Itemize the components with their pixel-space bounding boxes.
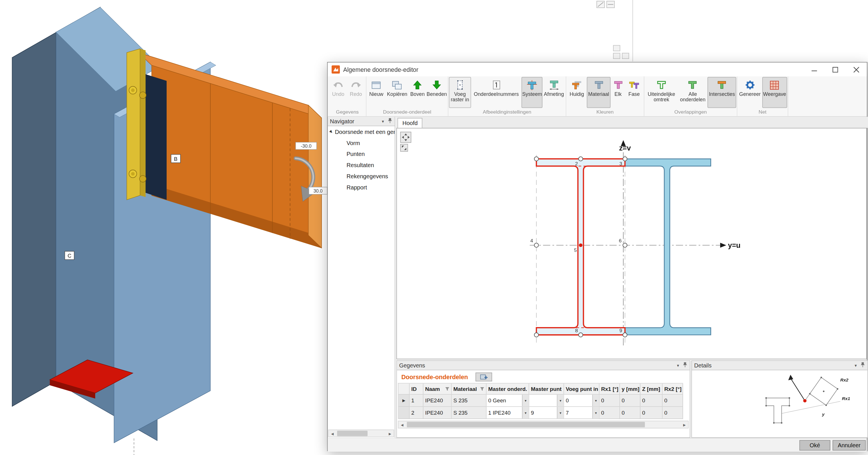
navigator-header: Navigator ▼ [328,117,395,126]
header-rx2[interactable]: Rx2 [°] [662,383,683,395]
genereer-button[interactable]: Genereer [738,77,762,108]
member-label-c[interactable]: C [65,251,74,260]
header-master-onderd[interactable]: Master onderd. [487,383,529,395]
beneden-button[interactable]: Beneden [426,77,447,108]
table-row[interactable]: ▶ 1 IPE240 S 235 0 Geen▼ ▼ 0▼ 0 0 0 0 [398,395,683,407]
current-color-icon [571,79,583,91]
tree-expander-icon[interactable]: ▶ [329,129,334,134]
navigator-hscrollbar[interactable]: ◀ ▶ [329,429,394,437]
add-section-part-button[interactable] [475,372,492,381]
close-button[interactable] [846,63,867,77]
header-master-punt[interactable]: Master punt [529,383,564,395]
onderdeelnummers-button[interactable]: Onderdeelnummers [471,77,522,108]
master-punt-dropdown[interactable]: 9▼ [529,407,564,419]
dimension-bottom: 30.0 [309,187,327,194]
elk-button[interactable]: Elk [611,77,625,108]
huidig-button[interactable]: Huidig [567,77,587,108]
gegevens-panel: Gegevens ▼ Doorsnede-onderdelen ID Naam … [396,360,690,438]
svg-text:5: 5 [574,247,577,253]
header-id[interactable]: ID [409,383,423,395]
table-hscrollbar[interactable]: ◀ ▶ [398,421,689,428]
pin-icon[interactable] [683,362,687,369]
3d-viewport[interactable]: -30.0 30.0 B C [0,0,343,455]
scroll-left-icon[interactable]: ◀ [398,421,406,428]
master-onderd-dropdown[interactable]: 1 IPE240▼ [487,407,529,419]
voeg-raster-in-button[interactable]: Voeg raster in [449,77,471,108]
main-tabstrip: Hoofd [396,117,868,128]
scroll-right-icon[interactable]: ▶ [681,421,688,428]
point-marker[interactable] [623,333,627,337]
tab-hoofd[interactable]: Hoofd [398,118,423,128]
pin-icon[interactable] [860,362,865,369]
pan-view-button[interactable] [400,132,411,143]
tree-item-root[interactable]: ▶ Doorsnede met een gen [328,126,395,137]
master-punt-dropdown[interactable]: ▼ [529,395,564,407]
section-canvas[interactable]: y=u z=v [396,128,867,360]
end-plate[interactable] [127,49,146,200]
alle-onderdelen-button[interactable]: Alle onderdelen [678,77,708,108]
axis-y: y=u [530,241,741,249]
3d-scene: -30.0 30.0 B C [0,0,343,455]
scroll-left-icon[interactable]: ◀ [329,430,336,437]
tree-item-punten[interactable]: Punten [328,148,395,160]
header-rx1[interactable]: Rx1 [°] [600,383,620,395]
point-marker[interactable] [623,157,627,161]
point-marker[interactable] [579,157,583,161]
tree-item-rapport[interactable]: Rapport [328,181,395,193]
point-marker[interactable] [579,333,583,337]
voeg-punt-dropdown[interactable]: 0▼ [564,395,600,407]
chevron-down-icon[interactable]: ▼ [676,364,680,367]
svg-text:30.0: 30.0 [313,188,323,194]
group-label: Afbeeldinginstellingen [448,109,566,116]
tab-doorsnede-onderdelen[interactable]: Doorsnede-onderdelen [401,373,468,380]
section-part-2[interactable] [623,159,711,335]
boven-button[interactable]: Boven [409,77,426,108]
redo-button[interactable]: Redo [347,77,365,108]
afmeting-button[interactable]: Afmeting [542,77,565,108]
header-materiaal[interactable]: Materiaal [452,383,487,395]
placement-legend-diagram: Rx2 Rx1 y [757,370,865,435]
intersecties-button[interactable]: Intersecties [708,77,736,108]
fase-button[interactable]: Fase [626,77,643,108]
header-z[interactable]: Z [mm] [641,383,662,395]
current-row-indicator[interactable]: ▶ [398,395,409,407]
maximize-button[interactable] [825,63,846,77]
point-marker[interactable] [534,333,538,337]
nieuw-button[interactable]: Nieuw [367,77,385,108]
ok-button[interactable]: Oké [799,440,830,451]
zoom-fit-button[interactable] [400,144,408,152]
materiaal-button[interactable]: Materiaal [587,77,611,108]
voeg-punt-dropdown[interactable]: 7▼ [564,407,600,419]
origin-point-marker[interactable] [579,244,583,247]
cancel-button[interactable]: Annuleer [833,440,866,451]
point-marker[interactable] [623,243,627,248]
kopieren-button[interactable]: Kopiëren [385,77,409,108]
scroll-right-icon[interactable]: ▶ [386,430,394,437]
point-marker[interactable] [534,157,538,161]
header-selector[interactable] [398,383,409,395]
minimize-button[interactable] [804,63,825,77]
member-label-b[interactable]: B [171,154,180,163]
chevron-down-icon[interactable]: ▼ [854,364,858,367]
tree-item-resultaten[interactable]: Resultaten [328,160,395,171]
master-onderd-dropdown[interactable]: 0 Geen▼ [487,395,529,407]
tree-item-vorm[interactable]: Vorm [328,137,395,148]
weergave-button[interactable]: Weergave [762,77,787,108]
header-y[interactable]: y [mm] [620,383,641,395]
chevron-down-icon[interactable]: ▼ [381,119,385,123]
header-naam[interactable]: Naam [424,383,452,395]
header-voeg-punt-in[interactable]: Voeg punt in [564,383,600,395]
copy-icon [391,79,403,91]
table-row[interactable]: 2 IPE240 S 235 1 IPE240▼ 9▼ 7▼ 0 0 0 0 [398,407,683,419]
filter-icon [445,387,449,391]
systeem-button[interactable]: Systeem [522,77,542,108]
pin-icon[interactable] [388,118,393,124]
svg-text:-30.0: -30.0 [301,143,311,148]
tree-item-rekengegevens[interactable]: Rekengegevens [328,171,395,182]
undo-button[interactable]: Undo [329,77,347,108]
point-marker[interactable] [534,243,538,248]
dialog-titlebar[interactable]: Algemene doorsnede-editor [328,63,867,77]
uiteindelijke-omtrek-button[interactable]: Uiteindelijke omtrek [645,77,678,108]
navigator-title: Navigator [330,118,354,124]
dropdown-arrow-icon: ▼ [522,395,528,406]
